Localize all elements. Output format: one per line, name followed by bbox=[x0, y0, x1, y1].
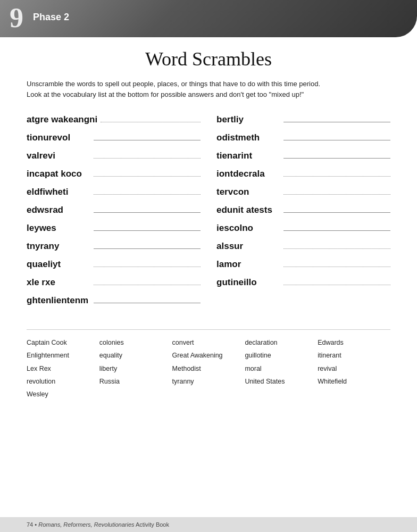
footer-text: 74 • Romans, Reformers, Revolutionaries … bbox=[27, 521, 169, 528]
answer-line bbox=[283, 205, 390, 213]
vocab-col-4: declaration guillotine moral United Stat… bbox=[245, 337, 318, 400]
scramble-word: edwsrad bbox=[27, 205, 90, 215]
answer-line bbox=[94, 151, 201, 159]
scramble-word: bertliy bbox=[216, 114, 280, 125]
scramble-item: alssur bbox=[216, 241, 390, 252]
scramble-item: quaeliyt bbox=[27, 259, 201, 270]
scramble-word: iescolno bbox=[216, 223, 280, 234]
answer-line bbox=[94, 278, 201, 285]
answer-line bbox=[94, 242, 201, 249]
vocab-col-5: Edwards itinerant revival Whitefield bbox=[318, 337, 390, 400]
vocab-word: revival bbox=[318, 363, 390, 375]
answer-line bbox=[94, 223, 201, 231]
vocab-word: convert bbox=[172, 337, 245, 348]
scramble-item: gutineillo bbox=[216, 277, 390, 288]
scramble-word: atgre wakeangni bbox=[27, 114, 97, 125]
vocab-word: declaration bbox=[245, 337, 318, 348]
scrambles-container: atgre wakeangni tionurevol valrevi incap… bbox=[27, 114, 390, 313]
vocab-word: equality bbox=[99, 350, 172, 361]
vocab-word: United States bbox=[245, 376, 318, 387]
answer-line bbox=[94, 169, 201, 177]
vocab-word: Wesley bbox=[27, 389, 99, 400]
scramble-item: edwsrad bbox=[27, 205, 201, 215]
scramble-item: tervcon bbox=[216, 187, 390, 197]
scramble-word: leywes bbox=[27, 223, 90, 234]
scramble-word: eldfiwheti bbox=[27, 187, 90, 197]
scramble-item: odistmeth bbox=[216, 132, 390, 143]
vocab-section: Captain Cook Enlightenment Lex Rex revol… bbox=[27, 329, 390, 400]
vocab-grid: Captain Cook Enlightenment Lex Rex revol… bbox=[27, 337, 390, 400]
scramble-item: xle rxe bbox=[27, 277, 201, 288]
scramble-item: iontdecrala bbox=[216, 169, 390, 179]
answer-line bbox=[94, 205, 201, 213]
scrambles-right: bertliy odistmeth tienarint iontdecrala … bbox=[216, 114, 390, 313]
answer-line bbox=[94, 296, 201, 303]
scramble-word: tnyrany bbox=[27, 241, 90, 252]
scramble-word: valrevi bbox=[27, 151, 90, 161]
vocab-word: revolution bbox=[27, 376, 99, 387]
scramble-item: tienarint bbox=[216, 151, 390, 161]
scramble-word: tienarint bbox=[216, 151, 280, 161]
header-banner: 9 Phase 2 bbox=[0, 0, 417, 37]
answer-line bbox=[283, 187, 390, 195]
vocab-word: Lex Rex bbox=[27, 363, 99, 375]
vocab-word: Great Awakening bbox=[172, 350, 245, 361]
scramble-item: edunit atests bbox=[216, 205, 390, 215]
vocab-word: guillotine bbox=[245, 350, 318, 361]
scramble-item: lamor bbox=[216, 259, 390, 270]
scramble-item: iescolno bbox=[216, 223, 390, 234]
scramble-word: ghtenlientenm bbox=[27, 295, 90, 306]
vocab-word: Enlightenment bbox=[27, 350, 99, 361]
scramble-item: tionurevol bbox=[27, 132, 201, 143]
answer-line bbox=[101, 115, 201, 122]
chapter-number: 9 bbox=[10, 4, 23, 32]
vocab-col-3: convert Great Awakening Methodist tyrann… bbox=[172, 337, 245, 400]
answer-line bbox=[283, 169, 390, 177]
scramble-word: iontdecrala bbox=[216, 169, 280, 179]
scramble-item: leywes bbox=[27, 223, 201, 234]
scramble-word: lamor bbox=[216, 259, 280, 270]
scramble-item: atgre wakeangni bbox=[27, 114, 201, 125]
answer-line bbox=[94, 260, 201, 267]
scramble-word: xle rxe bbox=[27, 277, 90, 288]
vocab-col-2: colonies equality liberty Russia bbox=[99, 337, 172, 400]
scramble-word: incapat koco bbox=[27, 169, 90, 179]
scramble-item: valrevi bbox=[27, 151, 201, 161]
answer-line bbox=[283, 278, 390, 285]
vocab-word: itinerant bbox=[318, 350, 390, 361]
vocab-word: Captain Cook bbox=[27, 337, 99, 348]
scramble-word: alssur bbox=[216, 241, 280, 252]
answer-line bbox=[94, 187, 201, 195]
scramble-word: odistmeth bbox=[216, 132, 280, 143]
vocab-word: Methodist bbox=[172, 363, 245, 375]
scramble-item: eldfiwheti bbox=[27, 187, 201, 197]
vocab-col-1: Captain Cook Enlightenment Lex Rex revol… bbox=[27, 337, 99, 400]
vocab-word: Edwards bbox=[318, 337, 390, 348]
answer-line bbox=[283, 223, 390, 231]
answer-line bbox=[283, 133, 390, 140]
scramble-word: tervcon bbox=[216, 187, 280, 197]
answer-line bbox=[283, 260, 390, 267]
answer-line bbox=[283, 115, 390, 122]
page: 9 Phase 2 Word Scrambles Unscramble the … bbox=[0, 0, 417, 532]
vocab-word: liberty bbox=[99, 363, 172, 375]
vocab-word: colonies bbox=[99, 337, 172, 348]
scramble-item: tnyrany bbox=[27, 241, 201, 252]
instructions: Unscramble the words to spell out people… bbox=[27, 79, 390, 99]
scramble-word: gutineillo bbox=[216, 277, 280, 288]
scramble-word: tionurevol bbox=[27, 132, 90, 143]
scramble-word: quaeliyt bbox=[27, 259, 90, 270]
main-content: Word Scrambles Unscramble the words to s… bbox=[0, 37, 417, 411]
scramble-word: edunit atests bbox=[216, 205, 280, 215]
scramble-item: incapat koco bbox=[27, 169, 201, 179]
page-title: Word Scrambles bbox=[27, 48, 390, 70]
scramble-item: bertliy bbox=[216, 114, 390, 125]
answer-line bbox=[94, 133, 201, 140]
page-footer: 74 • Romans, Reformers, Revolutionaries … bbox=[0, 517, 417, 532]
scrambles-left: atgre wakeangni tionurevol valrevi incap… bbox=[27, 114, 201, 313]
vocab-word: Whitefield bbox=[318, 376, 390, 387]
phase-label: Phase 2 bbox=[33, 12, 69, 23]
footer-book-title: Romans, Reformers, Revolutionaries bbox=[38, 521, 134, 528]
vocab-word: Russia bbox=[99, 376, 172, 387]
vocab-word: tyranny bbox=[172, 376, 245, 387]
